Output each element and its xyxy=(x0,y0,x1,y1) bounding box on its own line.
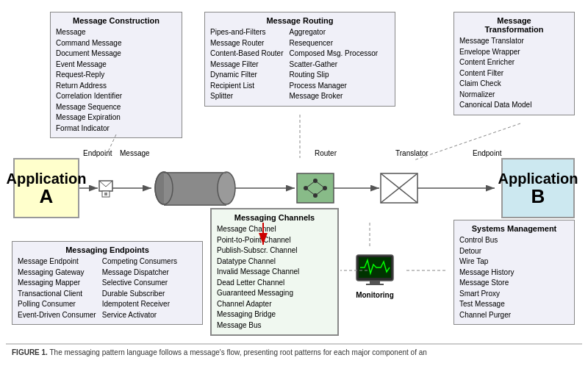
label-router: Router xyxy=(315,149,337,157)
svg-line-35 xyxy=(414,123,520,160)
monitoring-label: Monitoring xyxy=(345,291,404,299)
msg-construction-box: Message Construction Message Command Mes… xyxy=(50,12,182,138)
msg-routing-box: Message Routing Pipes-and-Filters Messag… xyxy=(204,12,395,107)
app-b-subtitle: B xyxy=(531,187,545,206)
svg-line-24 xyxy=(306,181,315,188)
svg-rect-16 xyxy=(164,204,226,206)
svg-rect-10 xyxy=(104,193,107,195)
svg-line-30 xyxy=(381,173,417,203)
svg-line-27 xyxy=(315,188,325,195)
figure-caption: FIGURE 1. The messaging pattern language… xyxy=(6,344,582,360)
svg-point-23 xyxy=(323,186,327,190)
msg-routing-content: Pipes-and-Filters Message Router Content… xyxy=(210,27,390,102)
msg-transformation-title: MessageTransformation xyxy=(459,16,569,34)
label-translator: Translator xyxy=(395,149,429,157)
svg-point-21 xyxy=(313,179,318,183)
svg-point-17 xyxy=(155,172,173,204)
svg-point-12 xyxy=(155,172,173,204)
app-a-subtitle: A xyxy=(40,187,54,206)
label-message: Message xyxy=(120,149,150,157)
app-a-title: Application xyxy=(7,170,87,187)
msg-routing-title: Message Routing xyxy=(210,16,390,25)
app-b-title: Application xyxy=(498,170,578,187)
messaging-channels-title: Messaging Channels xyxy=(217,213,332,222)
label-endpoint-right: Endpoint xyxy=(473,149,501,157)
svg-line-25 xyxy=(306,188,315,195)
caption-label: FIGURE 1. xyxy=(12,348,48,356)
svg-point-22 xyxy=(313,193,318,198)
application-b: Application B xyxy=(501,158,575,218)
messaging-endpoints-title: Messaging Endpoints xyxy=(18,245,197,254)
label-channel: Channel xyxy=(201,171,228,179)
svg-point-20 xyxy=(304,186,308,190)
systems-management-box: Systems Management Control Bus Detour Wi… xyxy=(453,220,575,325)
systems-management-title: Systems Management xyxy=(459,224,569,233)
svg-line-31 xyxy=(381,173,417,203)
svg-rect-9 xyxy=(102,191,110,197)
caption-text: The messaging pattern language follows a… xyxy=(50,348,427,356)
messaging-channels-box: Messaging Channels Message Channel Point… xyxy=(210,208,339,336)
svg-rect-19 xyxy=(297,173,334,203)
main-container: Message Construction Message Command Mes… xyxy=(0,0,588,377)
msg-construction-content: Message Command Message Document Message… xyxy=(56,27,176,134)
application-a: Application A xyxy=(13,158,79,218)
svg-rect-3 xyxy=(366,284,384,285)
msg-construction-title: Message Construction xyxy=(56,16,176,25)
svg-rect-2 xyxy=(370,281,380,284)
svg-line-26 xyxy=(315,181,325,188)
messaging-endpoints-box: Messaging Endpoints Message Endpoint Mes… xyxy=(12,241,203,325)
diagram: Message Construction Message Command Mes… xyxy=(6,6,582,344)
svg-rect-29 xyxy=(381,173,417,203)
msg-transformation-box: MessageTransformation Message Translator… xyxy=(453,12,575,115)
monitoring-icon xyxy=(353,251,397,288)
label-endpoint-left: Endpoint xyxy=(83,149,112,157)
monitoring-box: Monitoring xyxy=(345,251,404,299)
svg-rect-8 xyxy=(99,181,112,191)
